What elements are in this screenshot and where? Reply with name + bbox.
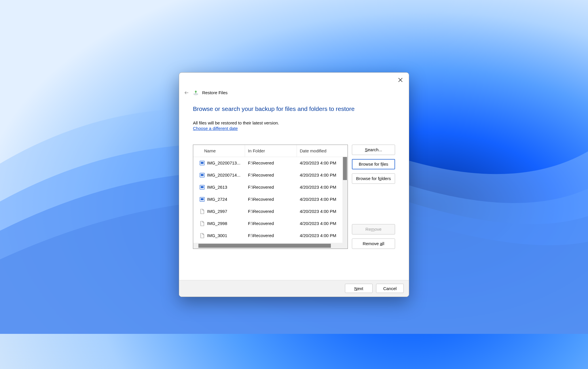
picture-icon (200, 173, 205, 178)
file-folder: F:\Recovered (245, 233, 297, 238)
content-area: Browse or search your backup for files a… (179, 97, 409, 280)
file-date: 4/20/2023 4:00 PM (297, 209, 348, 214)
file-date: 4/20/2023 4:00 PM (297, 221, 348, 226)
file-row[interactable]: IMG_2997F:\Recovered4/20/2023 4:00 PM (193, 205, 348, 217)
file-folder: F:\Recovered (245, 185, 297, 190)
side-buttons: Search... Browse for files Browse for fo… (352, 145, 395, 249)
document-icon (200, 233, 205, 238)
svg-rect-13 (201, 198, 204, 200)
window-title: Restore Files (202, 90, 227, 95)
t: m (371, 227, 375, 232)
t: Re (365, 227, 371, 232)
list-body: IMG_20200713...F:\Recovered4/20/2023 4:0… (193, 157, 348, 249)
file-folder: F:\Recovered (245, 173, 297, 177)
file-folder: F:\Recovered (245, 221, 297, 226)
t: ll (382, 241, 384, 246)
footer: Next Cancel (179, 280, 409, 297)
file-name: IMG_2724 (207, 197, 227, 202)
column-header-date[interactable]: Date modified (297, 145, 348, 157)
file-name: IMG_3001 (207, 233, 227, 238)
file-date: 4/20/2023 4:00 PM (297, 160, 348, 165)
search-button[interactable]: Search... (352, 145, 395, 155)
choose-date-link[interactable]: Choose a different date (193, 126, 395, 131)
t: Browse for f (359, 162, 382, 166)
vertical-scrollbar[interactable] (342, 157, 348, 243)
horizontal-scroll-thumb[interactable] (198, 244, 331, 248)
restore-icon (193, 90, 199, 96)
picture-icon (200, 185, 205, 190)
t: N (354, 286, 358, 291)
t: ove (375, 227, 382, 232)
t: Remove (363, 241, 380, 246)
column-header-folder[interactable]: In Folder (245, 145, 297, 157)
header-row: Restore Files (179, 84, 409, 97)
file-date: 4/20/2023 4:00 PM (297, 185, 348, 190)
search-underline: S (365, 147, 368, 152)
document-icon (200, 209, 205, 214)
document-icon (200, 221, 205, 226)
body-row: Name In Folder Date modified IMG_2020071… (193, 145, 395, 249)
t: Browse for f (356, 176, 379, 181)
file-row[interactable]: IMG_20200714...F:\Recovered4/20/2023 4:0… (193, 169, 348, 181)
file-name: IMG_2998 (207, 221, 227, 226)
file-row[interactable]: IMG_2724F:\Recovered4/20/2023 4:00 PM (193, 193, 348, 205)
next-button[interactable]: Next (345, 284, 373, 293)
scroll-corner (342, 243, 348, 249)
vertical-scroll-thumb[interactable] (343, 157, 347, 180)
file-list: Name In Folder Date modified IMG_2020071… (193, 145, 348, 249)
remove-button: Remove (352, 224, 395, 234)
t: o (379, 176, 382, 181)
t: lders (382, 176, 391, 181)
svg-rect-7 (201, 162, 204, 164)
t: ext (357, 286, 363, 291)
picture-icon (200, 160, 205, 166)
picture-icon (200, 197, 205, 202)
file-folder: F:\Recovered (245, 197, 297, 202)
column-header-name[interactable]: Name (193, 145, 245, 157)
restore-files-dialog: Restore Files Browse or search your back… (179, 72, 409, 297)
list-header: Name In Folder Date modified (193, 145, 348, 157)
remove-all-button[interactable]: Remove all (352, 239, 395, 249)
horizontal-scrollbar[interactable] (193, 243, 342, 249)
t: a (380, 241, 382, 246)
file-name: IMG_20200714... (207, 173, 240, 177)
browse-files-button[interactable]: Browse for files (352, 159, 395, 169)
file-row[interactable]: IMG_3001F:\Recovered4/20/2023 4:00 PM (193, 230, 348, 242)
file-folder: F:\Recovered (245, 160, 297, 165)
file-name: IMG_20200713... (207, 160, 240, 165)
file-folder: F:\Recovered (245, 209, 297, 214)
subtext: All files will be restored to their late… (193, 120, 395, 125)
close-button[interactable] (397, 77, 404, 84)
file-date: 4/20/2023 4:00 PM (297, 173, 348, 177)
file-row[interactable]: IMG_20200713...F:\Recovered4/20/2023 4:0… (193, 157, 348, 169)
svg-rect-11 (201, 186, 204, 188)
file-row[interactable]: IMG_2998F:\Recovered4/20/2023 4:00 PM (193, 217, 348, 230)
file-date: 4/20/2023 4:00 PM (297, 233, 348, 238)
browse-folders-button[interactable]: Browse for folders (352, 173, 395, 184)
svg-rect-9 (201, 174, 204, 176)
t: les (383, 162, 388, 166)
titlebar (179, 73, 409, 84)
file-row[interactable]: IMG_2613F:\Recovered4/20/2023 4:00 PM (193, 181, 348, 193)
file-name: IMG_2613 (207, 185, 227, 190)
cancel-button[interactable]: Cancel (376, 284, 404, 293)
file-date: 4/20/2023 4:00 PM (297, 197, 348, 202)
page-heading: Browse or search your backup for files a… (193, 105, 395, 112)
file-name: IMG_2997 (207, 209, 227, 214)
back-button[interactable] (184, 90, 189, 96)
